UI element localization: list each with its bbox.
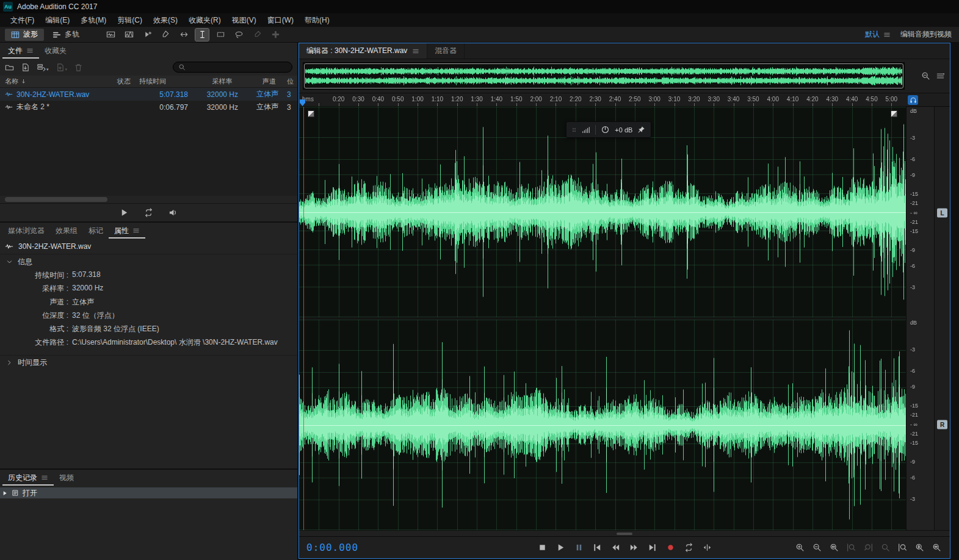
- pin-icon[interactable]: [637, 126, 645, 134]
- panel-menu-icon[interactable]: [412, 48, 419, 55]
- preview-volume-button[interactable]: [167, 207, 179, 219]
- panel-menu-icon[interactable]: [132, 227, 140, 234]
- tab-编辑器 : 30N-2HZ-WATER.wav[interactable]: 编辑器 : 30N-2HZ-WATER.wav: [299, 43, 427, 59]
- zoom-reset-button[interactable]: [879, 542, 891, 554]
- stop-button[interactable]: [536, 542, 548, 554]
- workspace-button[interactable]: 默认: [865, 29, 891, 40]
- tab-混音器[interactable]: 混音器: [427, 43, 465, 59]
- zoom-out-time-button[interactable]: [811, 542, 823, 554]
- menu-item[interactable]: 多轨(M): [75, 13, 112, 27]
- skip-selection-button[interactable]: [701, 542, 713, 554]
- scrollbar-grip[interactable]: [617, 533, 632, 535]
- panel-menu-icon[interactable]: [41, 474, 48, 481]
- delete-button[interactable]: [74, 63, 83, 72]
- waveform-mode-button[interactable]: 波形: [5, 29, 44, 41]
- menu-item[interactable]: 文件(F): [5, 13, 40, 27]
- editor-horizontal-scrollbar[interactable]: [299, 530, 950, 536]
- timeline-ruler[interactable]: hms 0:200:300:400:501:001:101:201:301:40…: [299, 93, 906, 106]
- file-row[interactable]: 30N-2HZ-WATER.wav5:07.31832000 Hz立体声3: [0, 88, 297, 101]
- channel-badge-R[interactable]: R: [937, 420, 947, 429]
- file-list[interactable]: 30N-2HZ-WATER.wav5:07.31832000 Hz立体声3未命名…: [0, 88, 297, 196]
- gain-hud[interactable]: +0 dB: [566, 121, 651, 138]
- tab-属性[interactable]: 属性: [109, 223, 145, 239]
- hud-grip-icon[interactable]: [572, 127, 577, 132]
- loop-playback-button[interactable]: [682, 542, 695, 554]
- marker-tool[interactable]: [159, 29, 172, 41]
- column-header[interactable]: 采样率: [193, 77, 252, 86]
- rewind-button[interactable]: [609, 542, 621, 554]
- menu-item[interactable]: 窗口(W): [262, 13, 299, 27]
- record-button[interactable]: [664, 542, 676, 554]
- import-file-button[interactable]: [21, 63, 30, 72]
- move-playhead-tool[interactable]: [140, 29, 154, 41]
- column-header[interactable]: 持续时间: [139, 77, 193, 86]
- spot-healing-tool[interactable]: [269, 29, 282, 41]
- amplitude-scale[interactable]: dB-3-6-9-15-21- ∞-21-15-9-6-3dB-3-6-9-15…: [906, 107, 934, 530]
- menu-item[interactable]: 剪辑(C): [112, 13, 148, 27]
- preview-loop-button[interactable]: [143, 207, 155, 219]
- column-header[interactable]: 名称: [0, 77, 117, 86]
- tab-效果组[interactable]: 效果组: [50, 223, 83, 239]
- menu-item[interactable]: 收藏夹(R): [183, 13, 226, 27]
- channel-badge-L[interactable]: L: [937, 208, 947, 217]
- time-display-section-header[interactable]: 时间显示: [0, 355, 297, 370]
- multitrack-mode-button[interactable]: 多轨: [46, 29, 85, 41]
- new-content-button[interactable]: ▾: [56, 63, 68, 72]
- fast-forward-button[interactable]: [628, 542, 640, 554]
- time-selection-tool[interactable]: [195, 29, 209, 41]
- history-entry[interactable]: 打开: [0, 487, 297, 498]
- zoom-out-amplitude-button[interactable]: [930, 542, 943, 554]
- menu-item[interactable]: 视图(V): [226, 13, 262, 27]
- menu-item[interactable]: 编辑(E): [40, 13, 75, 27]
- tab-标记[interactable]: 标记: [83, 223, 109, 239]
- zoom-selection-in-point-button[interactable]: [845, 542, 857, 554]
- tab-视频[interactable]: 视频: [54, 470, 79, 486]
- zoom-selection-left-button[interactable]: [896, 542, 908, 554]
- column-header[interactable]: 位: [283, 77, 297, 86]
- tab-历史记录[interactable]: 历史记录: [2, 470, 54, 486]
- slip-tool[interactable]: [177, 29, 190, 41]
- time-display[interactable]: 0:00.000: [306, 542, 358, 553]
- file-row[interactable]: 未命名 2 *0:06.79732000 Hz立体声3: [0, 101, 297, 113]
- tab-文件[interactable]: 文件: [2, 43, 39, 59]
- gain-knob[interactable]: [601, 125, 610, 134]
- scrollbar-thumb[interactable]: [5, 197, 107, 202]
- menu-item[interactable]: 效果(S): [148, 13, 183, 27]
- fade-in-handle[interactable]: [308, 110, 314, 117]
- search-box[interactable]: [173, 62, 292, 73]
- tab-媒体浏览器[interactable]: 媒体浏览器: [2, 223, 50, 239]
- menu-item[interactable]: 帮助(H): [299, 13, 335, 27]
- play-button[interactable]: [554, 542, 566, 554]
- zoom-in-time-button[interactable]: [794, 542, 806, 554]
- skip-to-end-button[interactable]: [646, 542, 658, 554]
- insert-into-multitrack-button[interactable]: ▾: [37, 63, 49, 72]
- playhead-handle[interactable]: [300, 99, 305, 106]
- fade-out-handle[interactable]: [891, 110, 897, 117]
- overview-waveform[interactable]: [303, 62, 905, 90]
- lasso-selection-tool[interactable]: [232, 29, 245, 41]
- search-input[interactable]: [189, 63, 287, 71]
- marquee-selection-tool[interactable]: [214, 29, 227, 41]
- pause-button[interactable]: [573, 542, 585, 554]
- zoom-to-selection-button[interactable]: [828, 542, 840, 554]
- info-section-header[interactable]: 信息: [0, 254, 297, 269]
- waveform-display[interactable]: +0 dB: [299, 107, 906, 530]
- zoom-in-amplitude-button[interactable]: [913, 542, 925, 554]
- open-file-button[interactable]: [5, 63, 14, 72]
- overview-selection[interactable]: [304, 63, 903, 88]
- waveform-view-button[interactable]: [104, 29, 117, 41]
- zoom-navigator-icon[interactable]: [921, 71, 930, 81]
- display-menu-icon[interactable]: [936, 71, 945, 81]
- spectral-view-button[interactable]: [122, 29, 136, 41]
- column-header[interactable]: 状态: [117, 77, 139, 86]
- headphones-icon[interactable]: [908, 95, 918, 105]
- panel-menu-icon[interactable]: [26, 47, 34, 54]
- paintbrush-tool[interactable]: [250, 29, 264, 41]
- skip-to-start-button[interactable]: [591, 542, 603, 554]
- preview-play-button[interactable]: [118, 207, 131, 219]
- column-header[interactable]: 声道: [252, 77, 283, 86]
- files-horizontal-scrollbar[interactable]: [4, 196, 294, 203]
- zoom-selection-out-point-button[interactable]: [862, 542, 874, 554]
- playhead-line[interactable]: [303, 107, 304, 530]
- edit-audio-to-video-button[interactable]: 编辑音频到视频: [900, 29, 954, 40]
